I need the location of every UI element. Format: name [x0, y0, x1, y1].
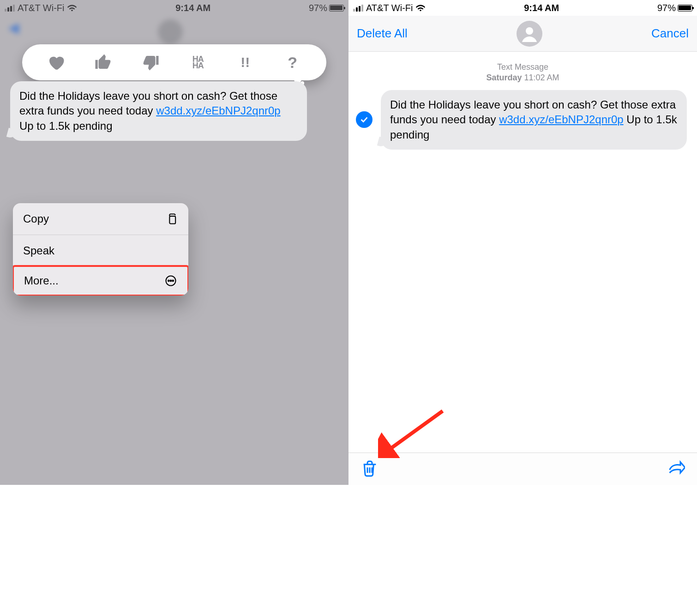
svg-line-6 — [386, 411, 443, 452]
message-day-label: Saturday — [486, 73, 522, 82]
context-menu: Copy Speak More... — [13, 203, 188, 296]
bottom-toolbar — [348, 453, 697, 485]
message-time-label: 11:02 AM — [524, 73, 559, 82]
carrier-label: AT&T Wi-Fi — [18, 3, 64, 13]
thumbs-down-icon[interactable] — [141, 53, 160, 72]
copy-icon — [165, 212, 178, 225]
annotation-arrow-icon — [378, 407, 447, 458]
message-bubble[interactable]: Did the Holidays leave you short on cash… — [10, 81, 307, 141]
person-circle-icon — [518, 23, 541, 45]
cancel-button[interactable]: Cancel — [651, 26, 689, 41]
wifi-icon — [67, 3, 77, 13]
svg-point-2 — [168, 280, 169, 282]
status-bar: AT&T Wi-Fi 9:14 AM 97% — [348, 0, 697, 16]
share-arrow-icon — [667, 459, 685, 477]
contact-avatar[interactable] — [517, 21, 542, 47]
tapback-bar: HAHA !! ? — [22, 44, 326, 80]
message-meta: Text Message Saturday 11:02 AM — [348, 62, 697, 84]
message-kind-label: Text Message — [348, 62, 697, 72]
question-icon[interactable]: ? — [283, 53, 302, 72]
menu-speak-label: Speak — [23, 244, 54, 257]
trash-button[interactable] — [361, 459, 379, 479]
message-link[interactable]: w3dd.xyz/eEbNPJ2qnr0p — [499, 113, 623, 126]
heart-icon[interactable] — [46, 53, 66, 72]
clock-label: 9:14 AM — [175, 3, 210, 13]
svg-point-3 — [170, 280, 172, 282]
menu-copy[interactable]: Copy — [13, 203, 188, 235]
battery-pct-label: 97% — [657, 3, 676, 13]
screenshot-left: AT&T Wi-Fi 9:14 AM 97% ◀ HAHA !! ? — [0, 0, 348, 485]
status-bar: AT&T Wi-Fi 9:14 AM 97% — [0, 0, 348, 16]
battery-pct-label: 97% — [309, 3, 327, 13]
edit-navbar: Delete All Cancel — [348, 16, 697, 52]
svg-point-4 — [172, 280, 174, 282]
check-icon — [359, 115, 369, 125]
cell-signal-icon — [5, 5, 15, 12]
message-bubble[interactable]: Did the Holidays leave you short on cash… — [381, 90, 687, 150]
svg-point-5 — [526, 27, 533, 35]
delete-all-button[interactable]: Delete All — [357, 26, 408, 41]
battery-icon — [329, 5, 344, 12]
exclaim-icon[interactable]: !! — [235, 53, 255, 72]
selection-checkmark[interactable] — [356, 111, 373, 128]
trash-icon — [361, 459, 379, 477]
thumbs-up-icon[interactable] — [94, 53, 113, 72]
svg-rect-0 — [169, 216, 175, 223]
menu-speak[interactable]: Speak — [13, 235, 188, 266]
message-text-after: Up to 1.5k pending — [19, 120, 112, 132]
battery-icon — [678, 5, 692, 12]
screenshot-right: AT&T Wi-Fi 9:14 AM 97% Delete All Cancel… — [348, 0, 697, 485]
message-link[interactable]: w3dd.xyz/eEbNPJ2qnr0p — [156, 104, 280, 117]
menu-copy-label: Copy — [23, 212, 49, 225]
menu-more-label: More... — [24, 274, 59, 287]
clock-label: 9:14 AM — [524, 3, 559, 13]
forward-button[interactable] — [667, 459, 685, 479]
carrier-label: AT&T Wi-Fi — [366, 3, 413, 13]
haha-icon[interactable]: HAHA — [188, 53, 208, 72]
cell-signal-icon — [353, 5, 363, 12]
menu-more[interactable]: More... — [13, 265, 188, 296]
ellipsis-circle-icon — [164, 274, 177, 287]
wifi-icon — [415, 3, 426, 13]
